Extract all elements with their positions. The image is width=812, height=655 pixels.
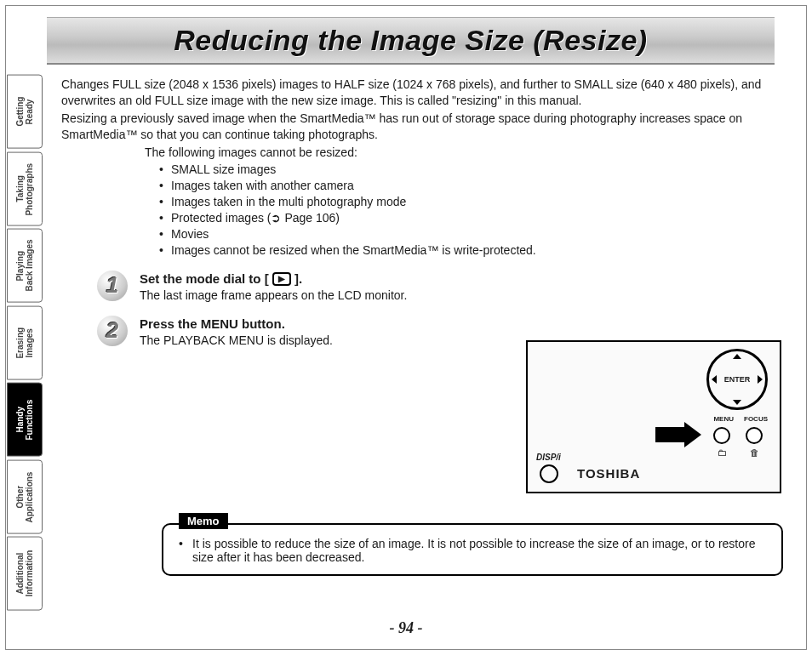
enter-dial-icon: ENTER (706, 349, 768, 410)
disp-label: DISP/i (536, 453, 561, 462)
memo-box: Memo It is possible to reduce the size o… (162, 523, 783, 576)
sidebar-tabs: GettingReady TakingPhotographs PlayingBa… (7, 75, 43, 611)
step-1-title: Set the mode dial to [ ▶ ]. (140, 271, 407, 288)
list-item: Movies (159, 226, 785, 242)
step-2-title: Press the MENU button. (140, 316, 333, 333)
page-title: Reducing the Image Size (Resize) (174, 24, 647, 57)
memo-tag: Memo (179, 513, 228, 529)
folder-icon: 🗀 (718, 447, 727, 458)
menu-label: MENU (713, 415, 734, 423)
list-item: Protected images (➲ Page 106) (159, 210, 785, 226)
memo-item: It is possible to reduce the size of an … (179, 537, 766, 564)
step-1: 1 Set the mode dial to [ ▶ ]. The last i… (97, 271, 785, 304)
title-bar: Reducing the Image Size (Resize) (47, 17, 775, 65)
trash-icon: 🗑 (750, 447, 759, 458)
play-mode-icon: ▶ (272, 272, 291, 286)
tab-handy-functions[interactable]: HandyFunctions (7, 383, 43, 457)
tab-erasing-images[interactable]: ErasingImages (7, 306, 43, 380)
focus-label: FOCUS (744, 415, 768, 423)
tab-other-applications[interactable]: OtherApplications (7, 460, 43, 534)
step-1-sub: The last image frame appears on the LCD … (140, 288, 407, 304)
list-item: SMALL size images (159, 162, 785, 178)
camera-diagram: ENTER MENU FOCUS 🗀 🗑 DISP/i TOSHIBA (526, 340, 781, 493)
list-item: Images taken with another camera (159, 178, 785, 194)
cannot-resize-list: SMALL size images Images taken with anot… (159, 162, 785, 258)
brand-label: TOSHIBA (577, 466, 640, 481)
arrow-icon (655, 427, 686, 442)
intro-p1: Changes FULL size (2048 x 1536 pixels) i… (61, 77, 785, 109)
step-number-1-icon: 1 (97, 271, 128, 301)
tab-additional-information[interactable]: AdditionalInformation (7, 537, 43, 611)
focus-button-icon (746, 427, 763, 444)
cannot-resize-line: The following images cannot be resized: (145, 145, 785, 161)
step-number-2-icon: 2 (97, 316, 128, 346)
tab-taking-photographs[interactable]: TakingPhotographs (7, 152, 43, 226)
step-2-sub: The PLAYBACK MENU is displayed. (140, 333, 333, 349)
page-number: - 94 - (0, 619, 812, 637)
body-content: Changes FULL size (2048 x 1536 pixels) i… (61, 77, 785, 349)
list-item: Images cannot be resized when the SmartM… (159, 242, 785, 259)
tab-getting-ready[interactable]: GettingReady (7, 75, 43, 149)
list-item: Images taken in the multi photography mo… (159, 194, 785, 210)
menu-button-icon (713, 427, 730, 444)
intro-p2: Resizing a previously saved image when t… (61, 111, 785, 143)
disp-button-icon (540, 464, 558, 483)
tab-playing-back-images[interactable]: PlayingBack Images (7, 229, 43, 303)
